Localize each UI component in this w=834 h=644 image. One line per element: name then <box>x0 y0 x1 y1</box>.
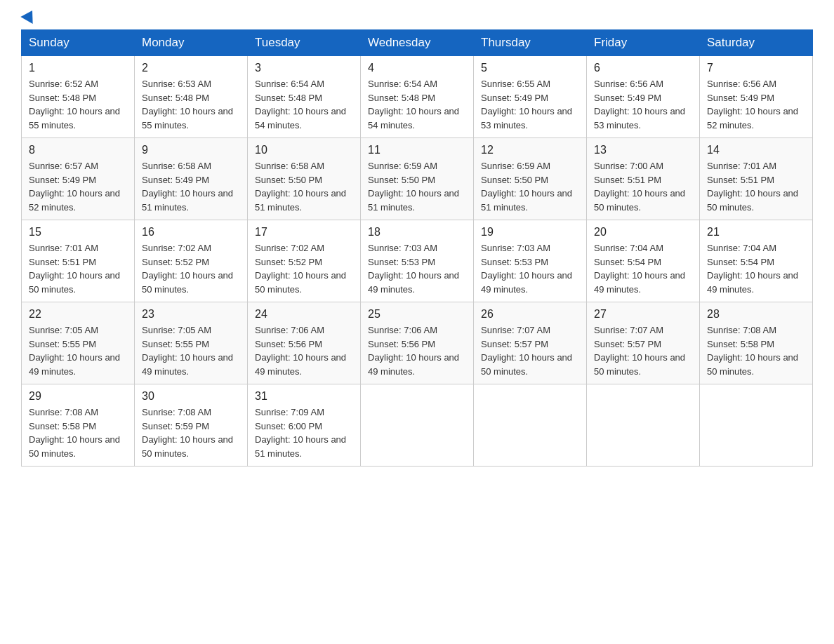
day-number: 10 <box>255 144 353 156</box>
day-info: Sunrise: 6:58 AMSunset: 5:49 PMDaylight:… <box>142 159 240 214</box>
weekday-header-row: SundayMondayTuesdayWednesdayThursdayFrid… <box>22 30 813 56</box>
weekday-header-tuesday: Tuesday <box>248 30 361 56</box>
day-info: Sunrise: 7:06 AMSunset: 5:56 PMDaylight:… <box>255 323 353 378</box>
weekday-header-saturday: Saturday <box>700 30 813 56</box>
day-info: Sunrise: 7:08 AMSunset: 5:58 PMDaylight:… <box>707 323 805 378</box>
day-info: Sunrise: 7:05 AMSunset: 5:55 PMDaylight:… <box>142 323 240 378</box>
day-number: 30 <box>142 390 240 403</box>
calendar-cell: 1 Sunrise: 6:52 AMSunset: 5:48 PMDayligh… <box>22 56 135 138</box>
calendar-cell: 2 Sunrise: 6:53 AMSunset: 5:48 PMDayligh… <box>135 56 248 138</box>
calendar-cell: 23 Sunrise: 7:05 AMSunset: 5:55 PMDaylig… <box>135 302 248 384</box>
day-info: Sunrise: 6:53 AMSunset: 5:48 PMDaylight:… <box>142 77 240 132</box>
day-info: Sunrise: 6:52 AMSunset: 5:48 PMDaylight:… <box>29 77 127 132</box>
calendar-header: SundayMondayTuesdayWednesdayThursdayFrid… <box>22 30 813 56</box>
calendar-cell: 10 Sunrise: 6:58 AMSunset: 5:50 PMDaylig… <box>248 138 361 220</box>
day-number: 7 <box>707 62 805 74</box>
day-number: 23 <box>142 308 240 321</box>
day-info: Sunrise: 6:56 AMSunset: 5:49 PMDaylight:… <box>594 77 692 132</box>
day-number: 22 <box>29 308 127 321</box>
calendar-cell <box>474 384 587 467</box>
day-number: 12 <box>481 144 579 156</box>
day-info: Sunrise: 7:08 AMSunset: 5:58 PMDaylight:… <box>29 405 127 460</box>
weekday-header-thursday: Thursday <box>474 30 587 56</box>
calendar-cell: 19 Sunrise: 7:03 AMSunset: 5:53 PMDaylig… <box>474 220 587 302</box>
logo-triangle-icon <box>20 7 38 24</box>
day-number: 29 <box>29 390 127 403</box>
day-number: 3 <box>255 62 353 74</box>
day-number: 21 <box>707 226 805 239</box>
day-info: Sunrise: 7:07 AMSunset: 5:57 PMDaylight:… <box>481 323 579 378</box>
week-row-2: 8 Sunrise: 6:57 AMSunset: 5:49 PMDayligh… <box>22 138 813 220</box>
day-number: 19 <box>481 226 579 239</box>
calendar-cell: 14 Sunrise: 7:01 AMSunset: 5:51 PMDaylig… <box>700 138 813 220</box>
day-info: Sunrise: 7:09 AMSunset: 6:00 PMDaylight:… <box>255 405 353 460</box>
day-number: 15 <box>29 226 127 239</box>
weekday-header-wednesday: Wednesday <box>361 30 474 56</box>
day-info: Sunrise: 7:07 AMSunset: 5:57 PMDaylight:… <box>594 323 692 378</box>
day-info: Sunrise: 7:04 AMSunset: 5:54 PMDaylight:… <box>707 241 805 296</box>
day-number: 5 <box>481 62 579 74</box>
day-number: 2 <box>142 62 240 74</box>
page-header <box>21 14 813 18</box>
calendar-cell: 22 Sunrise: 7:05 AMSunset: 5:55 PMDaylig… <box>22 302 135 384</box>
calendar-cell <box>361 384 474 467</box>
day-info: Sunrise: 6:59 AMSunset: 5:50 PMDaylight:… <box>368 159 466 214</box>
calendar-cell: 17 Sunrise: 7:02 AMSunset: 5:52 PMDaylig… <box>248 220 361 302</box>
logo-text <box>21 14 37 21</box>
calendar-cell: 9 Sunrise: 6:58 AMSunset: 5:49 PMDayligh… <box>135 138 248 220</box>
day-info: Sunrise: 6:56 AMSunset: 5:49 PMDaylight:… <box>707 77 805 132</box>
day-info: Sunrise: 7:01 AMSunset: 5:51 PMDaylight:… <box>29 241 127 296</box>
calendar-body: 1 Sunrise: 6:52 AMSunset: 5:48 PMDayligh… <box>22 56 813 467</box>
week-row-5: 29 Sunrise: 7:08 AMSunset: 5:58 PMDaylig… <box>22 384 813 467</box>
calendar-cell: 28 Sunrise: 7:08 AMSunset: 5:58 PMDaylig… <box>700 302 813 384</box>
calendar-cell: 18 Sunrise: 7:03 AMSunset: 5:53 PMDaylig… <box>361 220 474 302</box>
weekday-header-friday: Friday <box>587 30 700 56</box>
day-number: 11 <box>368 144 466 156</box>
calendar-cell: 7 Sunrise: 6:56 AMSunset: 5:49 PMDayligh… <box>700 56 813 138</box>
day-info: Sunrise: 7:06 AMSunset: 5:56 PMDaylight:… <box>368 323 466 378</box>
calendar-cell: 6 Sunrise: 6:56 AMSunset: 5:49 PMDayligh… <box>587 56 700 138</box>
day-number: 18 <box>368 226 466 239</box>
week-row-1: 1 Sunrise: 6:52 AMSunset: 5:48 PMDayligh… <box>22 56 813 138</box>
calendar-cell: 4 Sunrise: 6:54 AMSunset: 5:48 PMDayligh… <box>361 56 474 138</box>
weekday-header-monday: Monday <box>135 30 248 56</box>
calendar-cell: 12 Sunrise: 6:59 AMSunset: 5:50 PMDaylig… <box>474 138 587 220</box>
logo <box>21 14 37 18</box>
calendar-cell: 3 Sunrise: 6:54 AMSunset: 5:48 PMDayligh… <box>248 56 361 138</box>
day-number: 6 <box>594 62 692 74</box>
calendar-table: SundayMondayTuesdayWednesdayThursdayFrid… <box>21 29 813 467</box>
week-row-4: 22 Sunrise: 7:05 AMSunset: 5:55 PMDaylig… <box>22 302 813 384</box>
day-number: 31 <box>255 390 353 403</box>
calendar-cell: 29 Sunrise: 7:08 AMSunset: 5:58 PMDaylig… <box>22 384 135 467</box>
day-info: Sunrise: 6:54 AMSunset: 5:48 PMDaylight:… <box>368 77 466 132</box>
day-info: Sunrise: 6:58 AMSunset: 5:50 PMDaylight:… <box>255 159 353 214</box>
day-info: Sunrise: 7:05 AMSunset: 5:55 PMDaylight:… <box>29 323 127 378</box>
calendar-cell: 20 Sunrise: 7:04 AMSunset: 5:54 PMDaylig… <box>587 220 700 302</box>
calendar-cell: 27 Sunrise: 7:07 AMSunset: 5:57 PMDaylig… <box>587 302 700 384</box>
day-number: 17 <box>255 226 353 239</box>
day-number: 24 <box>255 308 353 321</box>
day-info: Sunrise: 7:00 AMSunset: 5:51 PMDaylight:… <box>594 159 692 214</box>
day-info: Sunrise: 7:02 AMSunset: 5:52 PMDaylight:… <box>255 241 353 296</box>
day-info: Sunrise: 7:03 AMSunset: 5:53 PMDaylight:… <box>481 241 579 296</box>
day-info: Sunrise: 7:04 AMSunset: 5:54 PMDaylight:… <box>594 241 692 296</box>
day-number: 8 <box>29 144 127 156</box>
day-number: 20 <box>594 226 692 239</box>
calendar-cell: 8 Sunrise: 6:57 AMSunset: 5:49 PMDayligh… <box>22 138 135 220</box>
day-info: Sunrise: 6:55 AMSunset: 5:49 PMDaylight:… <box>481 77 579 132</box>
calendar-cell: 5 Sunrise: 6:55 AMSunset: 5:49 PMDayligh… <box>474 56 587 138</box>
day-number: 27 <box>594 308 692 321</box>
calendar-cell: 30 Sunrise: 7:08 AMSunset: 5:59 PMDaylig… <box>135 384 248 467</box>
day-number: 25 <box>368 308 466 321</box>
day-info: Sunrise: 6:59 AMSunset: 5:50 PMDaylight:… <box>481 159 579 214</box>
day-number: 9 <box>142 144 240 156</box>
day-info: Sunrise: 7:03 AMSunset: 5:53 PMDaylight:… <box>368 241 466 296</box>
calendar-cell <box>700 384 813 467</box>
calendar-cell: 25 Sunrise: 7:06 AMSunset: 5:56 PMDaylig… <box>361 302 474 384</box>
weekday-header-sunday: Sunday <box>22 30 135 56</box>
calendar-cell: 13 Sunrise: 7:00 AMSunset: 5:51 PMDaylig… <box>587 138 700 220</box>
calendar-cell: 16 Sunrise: 7:02 AMSunset: 5:52 PMDaylig… <box>135 220 248 302</box>
day-info: Sunrise: 7:01 AMSunset: 5:51 PMDaylight:… <box>707 159 805 214</box>
calendar-cell: 15 Sunrise: 7:01 AMSunset: 5:51 PMDaylig… <box>22 220 135 302</box>
calendar-cell: 21 Sunrise: 7:04 AMSunset: 5:54 PMDaylig… <box>700 220 813 302</box>
